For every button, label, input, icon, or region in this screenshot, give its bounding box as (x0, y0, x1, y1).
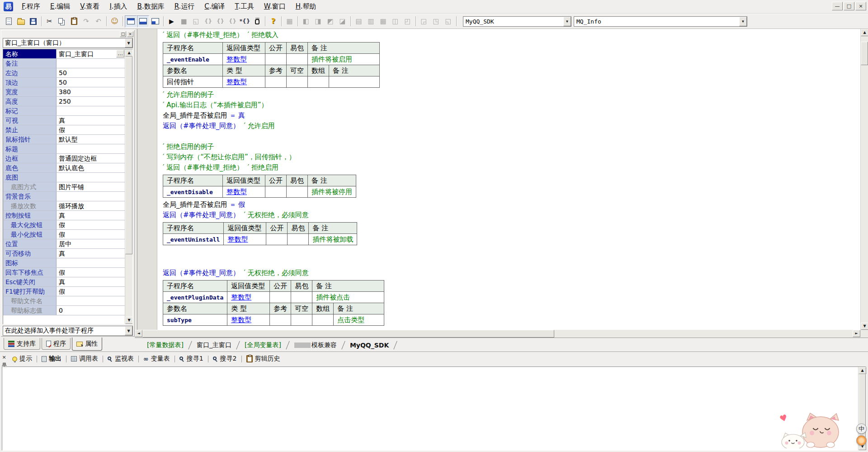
property-value[interactable]: 真 (57, 249, 125, 258)
table-cell[interactable]: subType (163, 314, 227, 326)
toggle-workspace-panel-button[interactable] (125, 15, 137, 28)
chevron-down-icon[interactable] (125, 38, 132, 48)
paste-button[interactable] (68, 15, 80, 28)
object-combo[interactable]: MQ_Info (574, 16, 747, 27)
comment-line[interactable]: ′ Api.输出日志（“本插件被启用”） (163, 100, 860, 110)
scrollbar-thumb[interactable] (142, 330, 554, 338)
table-cell[interactable]: 插件将被停用 (308, 186, 356, 198)
toggle-properties-panel-button[interactable] (137, 15, 149, 28)
property-value[interactable]: 默认型 (57, 135, 125, 144)
editor-tab-1[interactable]: [常量数据表] (141, 338, 189, 352)
table-cell[interactable]: 整数型 (223, 54, 265, 65)
help-assistant-button[interactable]: ? (267, 15, 279, 28)
editor-tab-5[interactable]: MyQQ_SDK (344, 338, 395, 352)
property-editor-button[interactable]: … (116, 50, 124, 57)
toggle-output-panel-button[interactable] (149, 15, 161, 28)
chevron-down-icon[interactable] (563, 17, 571, 26)
editor-horizontal-scrollbar[interactable] (135, 330, 868, 338)
table-cell[interactable]: 整数型 (224, 234, 266, 245)
run-to-cursor-button[interactable]: *{} (239, 15, 251, 28)
table-cell[interactable] (266, 234, 288, 245)
code-line[interactable]: 全局_插件是否被启用 ＝ 假 (163, 200, 860, 210)
menu-item-E[interactable]: E.编辑 (45, 0, 75, 13)
cut-button[interactable]: ✂ (43, 15, 56, 28)
property-value[interactable]: 窗口_主窗口… (57, 49, 125, 58)
table-cell[interactable] (329, 76, 380, 88)
property-value[interactable]: 假 (57, 220, 125, 229)
table-cell[interactable]: 点击类型 (334, 314, 384, 326)
workspace-tab-支持库[interactable]: 支持库 (4, 338, 40, 350)
blank-line[interactable] (163, 257, 860, 268)
panel-float-button[interactable]: □ (120, 31, 126, 37)
save-button[interactable] (27, 15, 39, 28)
editor-tab-3[interactable]: [全局变量表] (239, 338, 287, 352)
property-value[interactable]: 真 (57, 211, 125, 220)
table-cell[interactable]: 回传指针 (163, 76, 223, 88)
table-cell[interactable] (291, 292, 312, 303)
open-file-button[interactable] (15, 15, 27, 28)
property-value[interactable] (57, 144, 125, 153)
blank-line[interactable] (163, 131, 860, 142)
code-line[interactable]: 返回（#事件处理_同意） ′ 无权拒绝，必须同意 (163, 210, 860, 220)
menu-item-H[interactable]: H.帮助 (291, 0, 321, 13)
new-file-button[interactable] (3, 15, 15, 28)
menu-item-V[interactable]: V.查看 (75, 0, 104, 13)
code-editor[interactable]: ′ 返回（#事件处理_拒绝） ′ 拒绝载入子程序名返回值类型公开易包备 注_ev… (157, 29, 860, 330)
menu-item-F[interactable]: F.程序 (17, 0, 45, 13)
comment-line[interactable]: ′ 写到内存（“不想让你启用”，回传指针，） (163, 152, 860, 162)
code-line[interactable]: 全局_插件是否被启用 ＝ 真 (163, 110, 860, 121)
scroll-down-icon[interactable] (125, 317, 133, 324)
property-value[interactable]: 真 (57, 277, 125, 286)
table-cell[interactable]: 整数型 (223, 76, 265, 88)
property-value[interactable]: 50 (57, 68, 125, 77)
property-value[interactable]: 250 (57, 97, 125, 106)
property-value[interactable]: 居中 (57, 239, 125, 248)
property-value[interactable]: 假 (57, 230, 125, 239)
table-cell[interactable]: 插件将被启用 (308, 54, 380, 65)
table-cell[interactable] (312, 314, 334, 326)
scrollbar-thumb[interactable] (125, 57, 132, 254)
table-cell[interactable] (265, 54, 287, 65)
output-tab-变量表[interactable]: 变量表 (139, 354, 174, 364)
editor-tab-2[interactable]: 窗口_主窗口 (191, 338, 237, 352)
menu-item-W[interactable]: W.窗口 (259, 0, 291, 13)
scroll-down-icon[interactable] (861, 323, 868, 330)
output-tab-监视表[interactable]: 监视表 (104, 354, 138, 364)
property-value[interactable]: 真 (57, 116, 125, 125)
property-value[interactable]: 默认底色 (57, 163, 125, 172)
property-value[interactable] (57, 258, 125, 267)
property-value[interactable]: 假 (57, 268, 125, 277)
table-cell[interactable] (287, 186, 308, 198)
blank-line[interactable] (163, 247, 860, 257)
table-cell[interactable]: _eventPluginData (163, 292, 227, 303)
editor-tab-4[interactable]: 模板兼容 (288, 338, 343, 352)
table-cell[interactable] (291, 314, 312, 326)
property-value[interactable]: 50 (57, 78, 125, 87)
workspace-tab-属性[interactable]: 属性 (72, 338, 102, 351)
output-tab-剪辑历史[interactable]: 剪辑历史 (242, 354, 284, 364)
output-close-button[interactable]: × (1, 354, 7, 360)
property-value[interactable] (57, 59, 125, 68)
code-line[interactable]: 返回（#事件处理_同意） ′ 允许启用 (163, 121, 860, 131)
comment-line[interactable]: ′ 拒绝启用的例子 (163, 142, 860, 152)
scroll-up-icon[interactable] (861, 29, 868, 36)
panel-close-button[interactable]: × (127, 31, 133, 37)
property-value[interactable]: 假 (57, 125, 125, 134)
table-cell[interactable]: 整数型 (227, 292, 270, 303)
table-cell[interactable] (287, 76, 308, 88)
property-value[interactable] (57, 296, 125, 305)
table-cell[interactable] (265, 76, 287, 88)
copy-button[interactable] (56, 15, 68, 28)
immediate-help-button[interactable]: ☺ (108, 15, 121, 28)
close-button[interactable]: × (855, 2, 866, 10)
menu-item-R[interactable]: R.运行 (170, 0, 200, 13)
table-cell[interactable]: 插件将被卸载 (309, 234, 357, 245)
table-cell[interactable]: _eventDisable (163, 186, 223, 198)
table-cell[interactable] (288, 234, 309, 245)
pause-button[interactable] (251, 15, 263, 28)
chevron-down-icon[interactable] (125, 326, 132, 335)
comment-line[interactable]: ′ 返回（#事件处理_拒绝） ′ 拒绝启用 (163, 162, 860, 173)
scrollbar-thumb[interactable] (861, 42, 868, 65)
scroll-right-icon[interactable] (853, 330, 860, 337)
properties-object-selector[interactable]: 窗口_主窗口（窗口） (3, 38, 133, 48)
